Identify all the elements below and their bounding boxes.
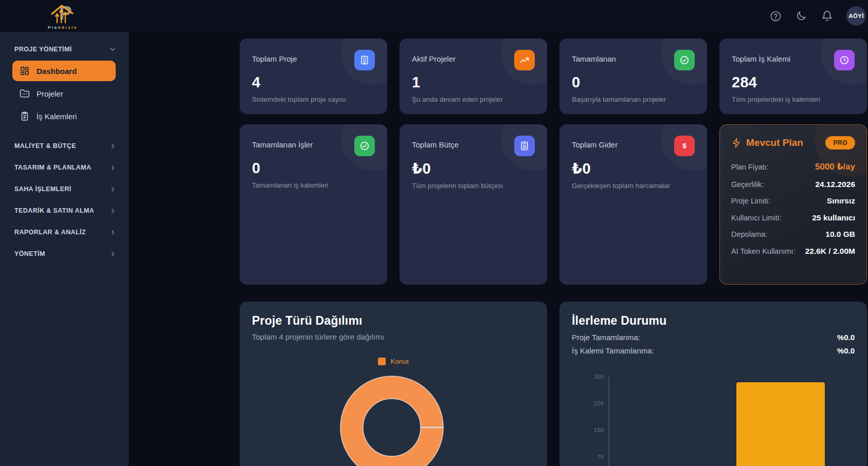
sidebar-section-proje-yonetimi[interactable]: PROJE YÖNETİMİ xyxy=(14,45,117,53)
chevron-right-icon xyxy=(109,164,117,172)
plan-row-kullanici-limiti: Kullanıcı Limiti: 25 kullanıcı xyxy=(731,213,855,222)
stat-card-toplam-gider: Toplam Gider $ ₺0 Gerçekleşen toplam har… xyxy=(559,124,707,285)
chevron-right-icon xyxy=(109,250,117,258)
current-plan-card: Mevcut Plan PRO Plan Fiyatı: 5000 ₺/ay G… xyxy=(719,124,867,285)
donut-chart-title: Proje Türü Dağılımı xyxy=(252,314,535,328)
building-icon xyxy=(354,50,375,70)
chevron-right-icon xyxy=(109,185,117,193)
stat-card-toplam-is-kalemi: Toplam İş Kalemi 284 Tüm projelerdeki iş… xyxy=(719,39,867,114)
sidebar-section-saha-islemleri[interactable]: SAHA İŞLEMLERİ xyxy=(0,179,128,199)
logo-wordmark: PlanSizin xyxy=(48,25,78,30)
plan-row-fiyat: Plan Fiyatı: 5000 ₺/ay xyxy=(731,161,855,172)
progress-chart-title: İlerleme Durumu xyxy=(572,314,855,328)
chevron-down-icon xyxy=(109,45,117,53)
progress-row-is-kalemi: İş Kalemi Tamamlanma: %0.0 xyxy=(572,346,855,355)
sidebar-section-tedarik-satin-alma[interactable]: TEDARİK & SATIN ALMA xyxy=(0,200,128,221)
plan-row-depolama: Depolama: 10.0 GB xyxy=(731,230,855,239)
stat-card-tamamlanan: Tamamlanan 0 Başarıyla tamamlanan projel… xyxy=(559,39,707,114)
lightning-icon xyxy=(731,138,742,148)
check-circle-icon xyxy=(674,50,695,70)
help-icon[interactable] xyxy=(769,10,782,22)
sidebar: PROJE YÖNETİMİ Dashboard Projeler xyxy=(0,32,129,466)
chevron-right-icon xyxy=(109,229,117,236)
sidebar-item-is-kalemleri[interactable]: İş Kalemleri xyxy=(12,106,116,126)
donut-chart-card: Proje Türü Dağılımı Toplam 4 projenin tü… xyxy=(240,302,547,466)
sidebar-item-dashboard[interactable]: Dashboard xyxy=(12,61,116,81)
user-avatar[interactable]: AÖYİ xyxy=(846,6,866,26)
app-header: P PlanSizin xyxy=(0,0,868,32)
dark-mode-moon-icon[interactable] xyxy=(795,10,807,22)
sidebar-section-tasarim-planlama[interactable]: TASARIM & PLANLAMA xyxy=(0,157,128,178)
plan-row-proje-limiti: Proje Limiti: Sınırsız xyxy=(731,196,855,206)
chevron-right-icon xyxy=(109,142,117,150)
logo-house-arrows-icon: P xyxy=(50,2,76,25)
bar-is-kalemleri xyxy=(736,382,825,466)
sidebar-item-projeler[interactable]: Projeler xyxy=(12,83,116,104)
chevron-right-icon xyxy=(109,207,117,215)
notifications-bell-icon[interactable] xyxy=(821,10,833,22)
dashboard-content: Toplam Proje 4 Sistemdeki toplam proje s… xyxy=(129,32,868,466)
sidebar-section-yonetim[interactable]: YÖNETİM xyxy=(0,244,128,264)
app-logo[interactable]: P PlanSizin xyxy=(32,2,94,30)
stat-card-aktif-projeler: Aktif Projeler 1 Şu anda devam eden proj… xyxy=(400,39,547,114)
donut-chart xyxy=(335,371,448,466)
trending-up-icon xyxy=(514,50,535,70)
clock-icon xyxy=(834,50,855,70)
plan-pro-badge: PRO xyxy=(825,136,855,150)
check-circle-icon xyxy=(354,136,375,156)
progress-row-proje: Proje Tamamlanma: %0.0 xyxy=(572,333,855,342)
stat-card-tamamlanan-isler: Tamamlanan İşler 0 Tamamlanan iş kalemle… xyxy=(240,124,387,285)
stat-card-toplam-butce: Toplam Bütçe ₺0 Tüm projelerin toplam bü… xyxy=(400,124,547,285)
sidebar-section-raporlar-analiz[interactable]: RAPORLAR & ANALİZ xyxy=(0,222,128,243)
dollar-icon: $ xyxy=(674,136,695,156)
sidebar-section-maliyet-butce[interactable]: MALİYET & BÜTÇE xyxy=(0,136,128,156)
y-axis-line xyxy=(608,377,609,466)
donut-chart-subtitle: Toplam 4 projenin türlere göre dağılımı xyxy=(252,332,535,341)
folder-icon xyxy=(20,88,30,99)
svg-text:$: $ xyxy=(682,142,686,150)
clipboard-icon xyxy=(20,111,30,121)
legend-swatch-konut xyxy=(378,358,386,365)
progress-chart-card: İlerleme Durumu Proje Tamamlanma: %0.0 İ… xyxy=(559,302,867,466)
dashboard-grid-icon xyxy=(20,66,30,76)
plan-row-gecerlilik: Geçerlilik: 24.12.2026 xyxy=(731,180,855,189)
plan-row-ai-token: AI Token Kullanımı: 22.6K / 2.00M xyxy=(731,247,855,256)
stat-card-toplam-proje: Toplam Proje 4 Sistemdeki toplam proje s… xyxy=(240,39,387,114)
calculator-icon xyxy=(514,136,535,156)
legend-item-konut[interactable]: Konut xyxy=(252,358,535,365)
